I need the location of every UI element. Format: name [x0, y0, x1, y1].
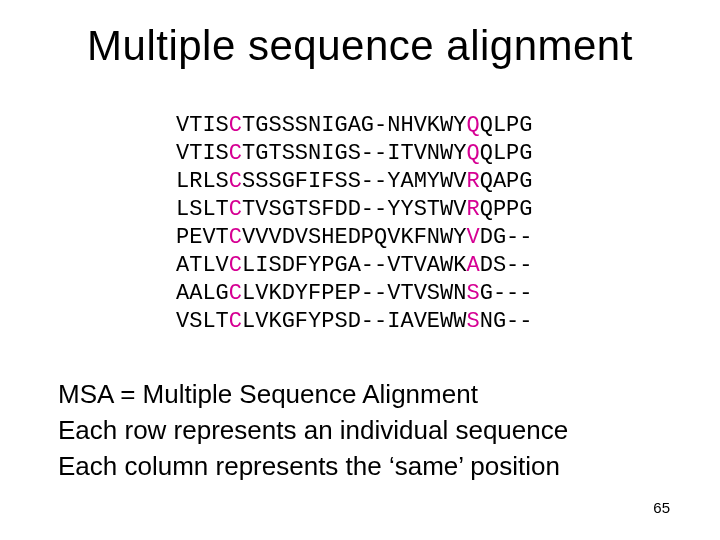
desc-line-3: Each column represents the ‘same’ positi… — [58, 448, 568, 484]
alignment-row: VTISCTGSSSNIGAG-NHVKWYQQLPG — [176, 112, 532, 140]
alignment-row: PEVTCVVVDVSHEDPQVKFNWYVDG-- — [176, 224, 532, 252]
page-title: Multiple sequence alignment — [0, 22, 720, 70]
desc-line-1: MSA = Multiple Sequence Alignment — [58, 376, 568, 412]
alignment-row: LSLTCTVSGTSFDD--YYSTWVRQPPG — [176, 196, 532, 224]
alignment-row: VTISCTGTSSNIGS--ITVNWYQQLPG — [176, 140, 532, 168]
alignment-row: VSLTCLVKGFYPSD--IAVEWWSNG-- — [176, 308, 532, 336]
description-block: MSA = Multiple Sequence Alignment Each r… — [58, 376, 568, 484]
page-number: 65 — [653, 499, 670, 516]
slide: Multiple sequence alignment VTISCTGSSSNI… — [0, 0, 720, 540]
alignment-row: ATLVCLISDFYPGA--VTVAWKADS-- — [176, 252, 532, 280]
alignment-row: LRLSCSSSGFIFSS--YAMYWVRQAPG — [176, 168, 532, 196]
desc-line-2: Each row represents an individual sequen… — [58, 412, 568, 448]
alignment-row: AALGCLVKDYFPEP--VTVSWNSG--- — [176, 280, 532, 308]
sequence-alignment-block: VTISCTGSSSNIGAG-NHVKWYQQLPGVTISCTGTSSNIG… — [176, 112, 532, 336]
